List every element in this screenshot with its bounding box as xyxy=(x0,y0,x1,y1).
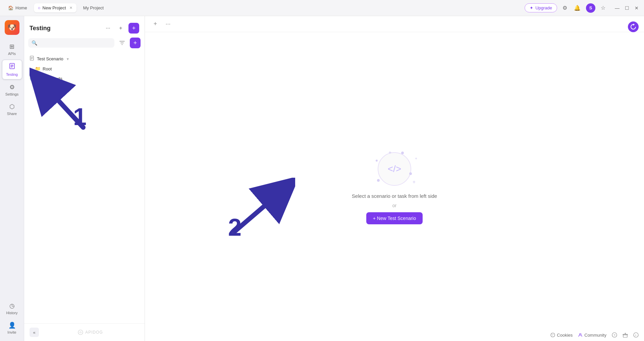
svg-rect-16 xyxy=(623,334,627,337)
panel-sidebar: Testing ··· + + 🔍 + xyxy=(24,16,145,341)
new-test-scenario-button[interactable]: + New Test Scenario xyxy=(366,212,423,224)
tree-child-root[interactable]: 📁 Root xyxy=(24,64,145,73)
test-scenario-label: Test Scenario xyxy=(37,56,63,61)
upgrade-label: Upgrade xyxy=(535,5,552,10)
dot1 xyxy=(401,152,404,154)
sidebar-item-invite[interactable]: 👤 Invite xyxy=(2,319,22,337)
root-label: Root xyxy=(43,66,52,71)
svg-point-12 xyxy=(552,335,553,336)
panel-add-button[interactable]: + xyxy=(128,23,139,34)
panel-toolbar: ··· + + xyxy=(103,23,139,34)
community-link[interactable]: Community xyxy=(578,333,606,338)
settings-icon[interactable]: ⚙ xyxy=(561,3,569,12)
user-avatar[interactable]: S xyxy=(586,3,595,13)
minimize-button[interactable]: — xyxy=(613,5,621,11)
sidebar-item-share[interactable]: ⬡ Share xyxy=(2,100,22,118)
dot4 xyxy=(376,160,378,162)
sidebar-share-label: Share xyxy=(7,112,17,116)
test-reports-label: Test Reports xyxy=(38,76,62,81)
empty-text: Select a scenario or task from left side xyxy=(352,193,437,199)
tab-close-icon[interactable]: ✕ xyxy=(69,6,72,10)
collapse-button[interactable]: « xyxy=(30,328,39,337)
filter-button[interactable] xyxy=(117,38,127,48)
titlebar-right: ✦ Upgrade ⚙ 🔔 S ☆ — ☐ ✕ xyxy=(525,3,640,13)
dot3 xyxy=(409,172,412,175)
svg-point-9 xyxy=(551,333,555,337)
close-button[interactable]: ✕ xyxy=(633,5,640,11)
empty-icon: </> + + + xyxy=(378,152,411,186)
tab-my-project[interactable]: My Project xyxy=(79,3,108,12)
apis-icon: ⊞ xyxy=(9,43,14,50)
upgrade-button[interactable]: ✦ Upgrade xyxy=(525,3,557,12)
gift-icon[interactable] xyxy=(623,332,628,338)
window-controls: — ☐ ✕ xyxy=(613,5,640,11)
app-body: 🐶 ⊞ APIs Testing ⚙ Settings ⬡ Share xyxy=(0,16,644,341)
search-input[interactable] xyxy=(39,41,111,46)
main-plus-button[interactable]: + xyxy=(150,19,160,29)
tree-caret-icon: ▾ xyxy=(67,57,69,61)
sidebar-item-apis[interactable]: ⊞ APIs xyxy=(2,40,22,58)
app-logo[interactable]: 🐶 xyxy=(5,20,19,35)
search-bar: 🔍 + xyxy=(28,38,141,48)
bookmark-icon[interactable]: ☆ xyxy=(599,3,607,12)
bottom-bar: Cookies Community ? i xyxy=(545,329,644,341)
svg-point-8 xyxy=(78,330,83,335)
app-logo-icon: 🐶 xyxy=(7,23,16,32)
cookies-link[interactable]: Cookies xyxy=(550,333,573,338)
settings-nav-icon: ⚙ xyxy=(9,83,15,91)
sidebar-testing-label: Testing xyxy=(6,72,18,76)
sidebar-item-testing[interactable]: Testing xyxy=(2,60,22,79)
empty-or-text: or xyxy=(392,203,396,208)
refresh-bubble[interactable] xyxy=(628,21,639,32)
folder-icon: 📁 xyxy=(35,66,41,71)
svg-text:?: ? xyxy=(614,334,615,337)
svg-point-11 xyxy=(553,334,554,335)
panel-header: Testing ··· + + xyxy=(24,16,145,38)
sidebar-apis-label: APIs xyxy=(8,52,16,56)
code-brackets-icon: </> xyxy=(388,164,401,174)
help-icon-1[interactable]: ? xyxy=(612,332,617,338)
panel-title: Testing xyxy=(30,25,51,32)
tab-home-label: Home xyxy=(15,5,27,10)
scenario-icon xyxy=(30,56,35,62)
sidebar-invite-label: Invite xyxy=(7,330,16,334)
tab-new-project-label: New Project xyxy=(43,5,66,10)
new-project-icon: ○ xyxy=(38,5,41,10)
panel-footer: « APIDOG xyxy=(24,323,145,341)
svg-point-10 xyxy=(552,334,552,335)
panel-content: Test Scenario ▾ 📁 Root 🕐 Test Reports xyxy=(24,52,145,323)
sidebar-history-label: History xyxy=(6,311,17,315)
main-more-button[interactable]: ··· xyxy=(163,19,173,29)
tree-item-test-scenario[interactable]: Test Scenario ▾ xyxy=(24,54,145,64)
info-icon[interactable]: i xyxy=(633,332,639,338)
tab-new-project[interactable]: ○ New Project ✕ xyxy=(34,3,76,12)
tab-home[interactable]: 🏠 Home xyxy=(4,3,31,12)
empty-state: </> + + + Select a scenario or task from… xyxy=(145,32,644,341)
invite-icon: 👤 xyxy=(8,322,16,329)
tab-my-project-label: My Project xyxy=(83,5,104,10)
icon-sidebar: 🐶 ⊞ APIs Testing ⚙ Settings ⬡ Share xyxy=(0,16,24,341)
home-icon: 🏠 xyxy=(8,5,13,10)
maximize-button[interactable]: ☐ xyxy=(624,5,631,11)
main-content: + ··· </> + + + Select a scenario or tas… xyxy=(145,16,644,341)
cookies-label: Cookies xyxy=(557,333,573,338)
main-toolbar: + ··· xyxy=(145,16,644,32)
dot2 xyxy=(377,179,380,182)
history-icon: ◷ xyxy=(9,302,15,309)
sidebar-settings-label: Settings xyxy=(5,92,19,96)
sidebar-item-settings[interactable]: ⚙ Settings xyxy=(2,81,22,99)
upgrade-star-icon: ✦ xyxy=(530,5,533,10)
sidebar-item-history[interactable]: ◷ History xyxy=(2,299,22,318)
testing-icon xyxy=(9,63,15,71)
tree-item-test-reports[interactable]: 🕐 Test Reports xyxy=(24,73,145,83)
search-add-button[interactable]: + xyxy=(130,38,141,48)
svg-text:i: i xyxy=(636,334,636,337)
panel-plus-text[interactable]: + xyxy=(116,23,126,33)
panel-more-button[interactable]: ··· xyxy=(103,23,113,33)
community-label: Community xyxy=(584,333,606,338)
share-icon: ⬡ xyxy=(9,103,15,110)
notifications-icon[interactable]: 🔔 xyxy=(573,3,582,12)
apidog-logo: APIDOG xyxy=(78,330,103,335)
search-input-wrap: 🔍 xyxy=(28,38,114,48)
clock-icon: 🕐 xyxy=(30,75,36,81)
